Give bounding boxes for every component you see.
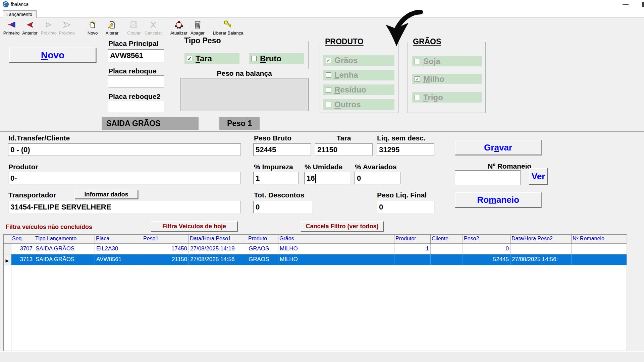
id-transfer-field[interactable]: 0 - (0) xyxy=(8,143,241,156)
toolbar-gravar-button[interactable]: Gravar xyxy=(123,20,145,36)
col-tipo-lancamento[interactable]: Tipo Lançamento xyxy=(34,235,95,244)
ver-button[interactable]: Ver xyxy=(529,168,548,185)
col-datahora-peso1[interactable]: Data/Hora Peso1 xyxy=(189,235,247,244)
text-caret xyxy=(315,174,316,183)
produto-residuo-option[interactable]: Resíduo xyxy=(323,84,394,95)
umidade-field[interactable]: 16 xyxy=(304,172,350,184)
tab-strip: Lançamento xyxy=(0,9,644,18)
window-title: fbalanca xyxy=(11,2,29,7)
tara-label: Tara xyxy=(315,134,373,142)
tara-option[interactable]: ✓ Tara xyxy=(184,53,239,64)
liq-sem-desc-field[interactable]: 31295 xyxy=(377,143,434,156)
col-peso2[interactable]: Peso2 xyxy=(463,235,511,244)
impureza-field[interactable]: 1 xyxy=(253,172,299,184)
grid-header-row: Seq. Tipo Lançamento Placa Peso1 Data/Ho… xyxy=(4,235,627,244)
graos-milho-checkbox[interactable]: ✓ xyxy=(415,76,420,82)
graos-title: GRÃOS xyxy=(411,37,443,46)
toolbar-ultimo-button[interactable]: Próximo xyxy=(56,20,78,36)
umidade-label: % Umidade xyxy=(305,163,342,171)
peso-na-balanca-display xyxy=(180,78,309,111)
current-row-marker: ▶ xyxy=(4,254,11,265)
graos-soja-checkbox[interactable] xyxy=(415,59,420,64)
placa-reboque2-label: Placa reboque2 xyxy=(108,93,160,101)
section-divider xyxy=(0,131,644,132)
col-datahora-peso2[interactable]: Data/Hora Peso2 xyxy=(511,235,572,244)
placa-principal-field[interactable]: AVW8561 xyxy=(108,49,164,62)
placa-reboque2-field[interactable] xyxy=(108,101,164,113)
grid-row-3713-selected[interactable]: ▶ 3713 SAIDA GRÃOS AVW8561 21150 27/08/2… xyxy=(4,254,627,265)
placa-reboque-label: Placa reboque xyxy=(108,67,157,75)
col-cliente[interactable]: Cliente xyxy=(431,235,463,244)
toolbar-cancelar-button[interactable]: Cancelar xyxy=(142,20,164,36)
col-produtor[interactable]: Produtor xyxy=(394,235,431,244)
last-arrow-icon xyxy=(56,20,78,30)
col-n-romaneio[interactable]: Nº Romaneio xyxy=(572,235,627,244)
placa-principal-label: Placa Principal xyxy=(108,40,158,48)
tab-divider xyxy=(35,11,35,17)
bruto-option[interactable]: Bruto xyxy=(249,53,304,64)
cancel-x-icon xyxy=(142,20,164,30)
saida-graos-banner: SAIDA GRÃOS xyxy=(102,117,199,130)
maximize-button[interactable] xyxy=(642,2,644,7)
graos-trigo-option[interactable]: Trigo xyxy=(412,92,482,103)
gravar-button[interactable]: Gravar xyxy=(455,140,541,155)
avariados-label: % Avariados xyxy=(355,163,397,171)
produto-graos-checkbox[interactable]: ✓ xyxy=(326,58,331,63)
records-grid[interactable]: Seq. Tipo Lançamento Placa Peso1 Data/Ho… xyxy=(3,234,627,351)
new-document-icon xyxy=(82,20,104,30)
graos-milho-option[interactable]: ✓ Milho xyxy=(412,74,482,84)
romaneio-button[interactable]: Romaneio xyxy=(455,192,541,208)
produto-lenha-checkbox[interactable] xyxy=(326,72,331,78)
col-placa[interactable]: Placa xyxy=(95,235,142,244)
transportador-label: Transportador xyxy=(8,191,56,199)
toolbar: Primeiro Anterior Próximo Próximo Novo xyxy=(0,18,644,39)
produto-graos-option[interactable]: ✓ Grãos xyxy=(323,55,394,66)
col-produto[interactable]: Produto xyxy=(247,235,278,244)
peso-bruto-field[interactable]: 52445 xyxy=(253,143,311,156)
novo-button[interactable]: Novo xyxy=(9,48,96,63)
informar-dados-button[interactable]: Informar dados xyxy=(74,190,138,199)
col-seq[interactable]: Seq. xyxy=(11,235,34,244)
tot-descontos-label: Tot. Descontos xyxy=(254,191,304,199)
gutter-divider xyxy=(11,235,11,351)
peso-na-balanca-label: Peso na balança xyxy=(180,69,309,77)
minimize-button[interactable] xyxy=(623,4,629,5)
graos-trigo-checkbox[interactable] xyxy=(415,95,420,100)
placa-reboque-field[interactable] xyxy=(108,75,164,87)
tab-lancamento[interactable]: Lançamento xyxy=(3,10,37,18)
toolbar-novo-button[interactable]: Novo xyxy=(82,20,104,36)
tara-checkbox[interactable]: ✓ xyxy=(187,56,192,61)
produto-residuo-checkbox[interactable] xyxy=(326,87,331,93)
graos-soja-option[interactable]: Soja xyxy=(412,56,482,66)
produtor-label: Produtor xyxy=(8,163,38,171)
bruto-checkbox[interactable] xyxy=(251,56,257,61)
transportador-field[interactable]: 31454-FELIPE SERVELHERE xyxy=(8,201,241,213)
peso1-banner: Peso 1 xyxy=(219,117,260,130)
toolbar-apagar-button[interactable]: Apagar xyxy=(186,20,209,36)
impureza-label: % Impureza xyxy=(254,163,293,171)
produto-group: PRODUTO ✓ Grãos Lenha Resíduo Outros xyxy=(320,42,398,113)
peso-liq-final-field[interactable]: 0 xyxy=(377,201,434,213)
produto-lenha-option[interactable]: Lenha xyxy=(323,70,394,80)
grid-row-3707[interactable]: 3707 SAIDA GRÃOS EIL2A30 17450 27/08/202… xyxy=(4,244,627,254)
tara-field[interactable]: 21150 xyxy=(315,143,373,156)
col-peso1[interactable]: Peso1 xyxy=(142,235,189,244)
novo-button-label: Novo xyxy=(41,50,64,61)
trash-icon xyxy=(186,20,209,30)
avariados-field[interactable]: 0 xyxy=(355,172,400,184)
produto-outros-option[interactable]: Outros xyxy=(323,99,394,110)
tipo-peso-group: Tipo Peso ✓ Tara Bruto xyxy=(179,41,309,69)
liq-sem-desc-label: Liq. sem desc. xyxy=(377,134,426,142)
row-indicator xyxy=(4,244,11,254)
col-graos[interactable]: Grãos xyxy=(278,235,394,244)
produtor-field[interactable]: 0- xyxy=(8,172,241,184)
toolbar-liberar-balanca-button[interactable]: Liberar Balança xyxy=(210,20,247,36)
n-romaneio-label: Nº Romaneio xyxy=(488,162,531,170)
toolbar-alterar-button[interactable]: Alterar xyxy=(101,20,123,36)
filtra-hoje-button[interactable]: Filtra Veículos de hoje xyxy=(151,221,238,232)
cancela-filtro-button[interactable]: Cancela Filtro (ver todos) xyxy=(301,221,384,232)
tot-descontos-field[interactable]: 0 xyxy=(253,201,313,213)
produto-outros-checkbox[interactable] xyxy=(326,102,331,107)
save-floppy-icon xyxy=(123,20,145,30)
n-romaneio-field[interactable] xyxy=(455,170,521,185)
